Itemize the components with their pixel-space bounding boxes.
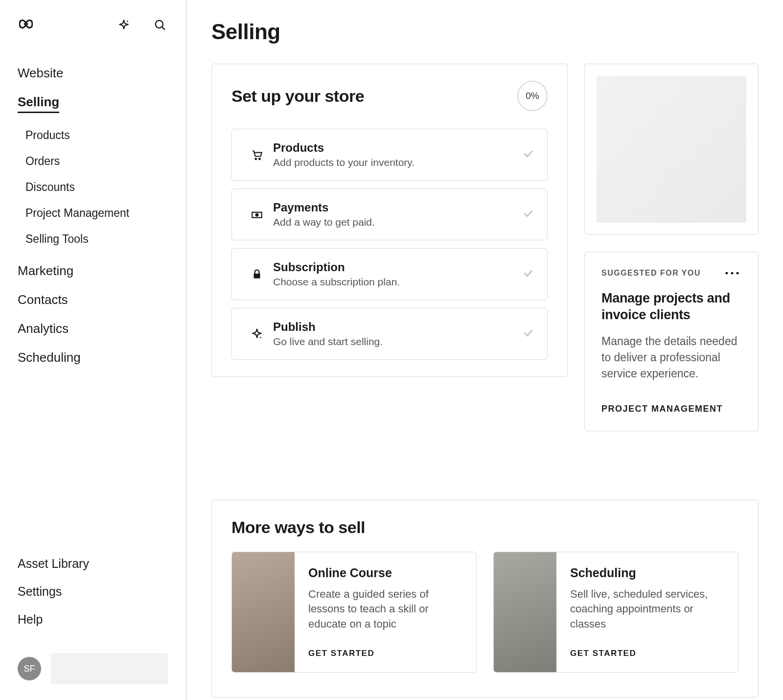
avatar: SF	[18, 657, 41, 680]
svg-point-8	[731, 272, 734, 275]
page-title: Selling	[211, 20, 759, 44]
promo-image-placeholder	[597, 76, 746, 223]
main-content: Selling Set up your store 0%	[187, 0, 783, 700]
card-image-placeholder	[494, 552, 556, 672]
svg-point-5	[256, 214, 258, 216]
subnav-discounts[interactable]: Discounts	[25, 179, 168, 196]
more-ways-title: More ways to sell	[231, 518, 738, 537]
suggested-title: Manage projects and invoice clients	[601, 290, 741, 324]
card-desc: Create a guided series of lessons to tea…	[308, 587, 462, 632]
sidebar-bottom: Asset Library Settings Help SF	[18, 555, 168, 684]
get-started-link[interactable]: GET STARTED	[308, 649, 462, 658]
cart-icon	[245, 148, 269, 161]
subnav-orders[interactable]: Orders	[25, 153, 168, 170]
card-title: Scheduling	[570, 566, 724, 580]
subnav-project-management[interactable]: Project Management	[25, 205, 168, 222]
sparkle-icon	[245, 327, 269, 340]
step-title: Products	[273, 141, 522, 155]
setup-title: Set up your store	[231, 87, 364, 106]
main-nav: Website Selling Products Orders Discount…	[18, 64, 168, 367]
step-desc: Choose a subscription plan.	[273, 276, 522, 288]
nav-item-website[interactable]: Website	[18, 64, 168, 83]
step-subscription[interactable]: Subscription Choose a subscription plan.	[231, 248, 548, 300]
sidebar: Website Selling Products Orders Discount…	[0, 0, 187, 700]
more-options-icon[interactable]	[723, 269, 741, 278]
subnav-products[interactable]: Products	[25, 127, 168, 144]
nav-item-scheduling[interactable]: Scheduling	[18, 348, 168, 367]
step-desc: Add products to your inventory.	[273, 157, 522, 168]
suggested-card: SUGGESTED FOR YOU Manage projects and in…	[584, 252, 759, 431]
promo-card[interactable]	[584, 64, 759, 235]
svg-point-9	[737, 272, 739, 275]
suggested-link[interactable]: PROJECT MANAGEMENT	[601, 404, 741, 414]
step-products[interactable]: Products Add products to your inventory.	[231, 129, 548, 181]
get-started-link[interactable]: GET STARTED	[570, 649, 724, 658]
more-ways-section: More ways to sell Online Course Create a…	[211, 500, 759, 698]
ai-sparkle-icon[interactable]	[115, 17, 132, 33]
svg-point-3	[259, 158, 260, 160]
card-image-placeholder	[232, 552, 295, 672]
nav-settings[interactable]: Settings	[18, 583, 168, 601]
step-payments[interactable]: Payments Add a way to get paid.	[231, 188, 548, 240]
user-row[interactable]: SF	[18, 653, 168, 684]
nav-asset-library[interactable]: Asset Library	[18, 555, 168, 573]
check-icon	[522, 267, 534, 281]
step-desc: Add a way to get paid.	[273, 216, 522, 228]
progress-indicator: 0%	[517, 81, 548, 111]
step-title: Publish	[273, 320, 522, 334]
step-title: Subscription	[273, 260, 522, 274]
nav-item-analytics[interactable]: Analytics	[18, 319, 168, 338]
step-desc: Go live and start selling.	[273, 336, 522, 348]
svg-point-7	[726, 272, 728, 275]
payments-icon	[245, 208, 269, 221]
user-name-placeholder	[51, 653, 168, 684]
logo-icon[interactable]	[18, 16, 34, 34]
step-title: Payments	[273, 201, 522, 214]
lock-icon	[245, 268, 269, 280]
sub-nav: Products Orders Discounts Project Manage…	[25, 127, 168, 248]
more-card-online-course[interactable]: Online Course Create a guided series of …	[231, 552, 477, 673]
suggested-desc: Manage the details needed to deliver a p…	[601, 333, 741, 382]
suggested-label: SUGGESTED FOR YOU	[601, 269, 701, 278]
nav-item-marketing[interactable]: Marketing	[18, 261, 168, 280]
card-desc: Sell live, scheduled services, coaching …	[570, 587, 724, 632]
subnav-selling-tools[interactable]: Selling Tools	[25, 231, 168, 248]
check-icon	[522, 327, 534, 341]
svg-point-0	[156, 21, 163, 28]
check-icon	[522, 148, 534, 162]
check-icon	[522, 208, 534, 222]
more-card-scheduling[interactable]: Scheduling Sell live, scheduled services…	[493, 552, 738, 673]
step-publish[interactable]: Publish Go live and start selling.	[231, 308, 548, 360]
svg-rect-6	[254, 274, 260, 279]
svg-point-2	[255, 158, 256, 160]
setup-store-card: Set up your store 0% Products	[211, 64, 568, 377]
card-title: Online Course	[308, 566, 462, 580]
sidebar-top	[18, 16, 168, 34]
nav-item-contacts[interactable]: Contacts	[18, 290, 168, 309]
nav-item-selling[interactable]: Selling	[18, 93, 59, 113]
search-icon[interactable]	[152, 17, 168, 33]
nav-help[interactable]: Help	[18, 610, 168, 629]
svg-line-1	[162, 27, 164, 29]
